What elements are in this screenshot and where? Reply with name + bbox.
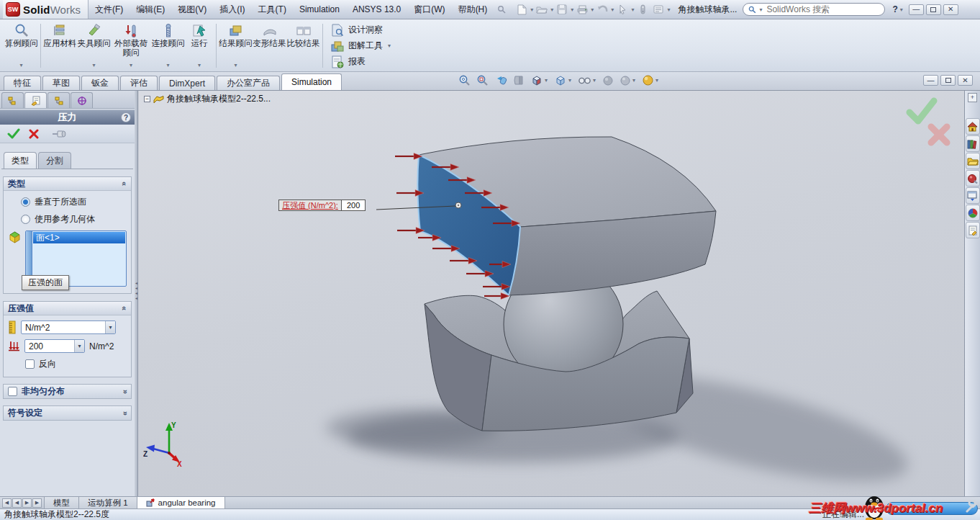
apply-scene-caret-icon[interactable]: ▾ [655, 77, 658, 84]
pin-menu-icon[interactable] [494, 2, 509, 17]
configuration-manager-tab[interactable] [47, 92, 70, 108]
select-button[interactable] [614, 2, 630, 17]
menu-ansys[interactable]: ANSYS 13.0 [346, 2, 407, 17]
tab-model[interactable]: 模型 [44, 497, 79, 508]
cancel-button[interactable] [29, 129, 39, 139]
doc-minimize-button[interactable]: — [923, 75, 938, 86]
reverse-direction-option[interactable]: 反向 [8, 358, 127, 370]
ok-button[interactable] [7, 128, 20, 139]
fixtures-advisor-button[interactable]: 夹具顾问 ▾ [77, 21, 111, 71]
run-caret-icon[interactable]: ▾ [198, 63, 201, 71]
tab-sheetmetal[interactable]: 钣金 [81, 76, 119, 90]
previous-view-button[interactable] [494, 74, 507, 86]
tab-sketch[interactable]: 草图 [42, 76, 80, 90]
toolbox-icon[interactable] [966, 170, 980, 187]
open-document-button[interactable] [534, 2, 550, 17]
undo-caret-icon[interactable]: ▾ [611, 6, 614, 13]
options-caret-icon[interactable]: ▾ [667, 6, 670, 13]
view-orientation-caret-icon[interactable]: ▾ [545, 77, 548, 84]
radio-use-reference[interactable]: 使用参考几何体 [8, 213, 127, 225]
open-caret-icon[interactable]: ▾ [550, 6, 553, 13]
help-button[interactable]: ? [892, 4, 897, 14]
design-library-icon[interactable] [966, 135, 980, 152]
fixtures-advisor-caret-icon[interactable]: ▾ [92, 63, 95, 71]
undo-button[interactable] [594, 2, 610, 17]
pressure-value-caret-icon[interactable]: ▾ [74, 340, 84, 352]
apply-scene-button[interactable]: ▾ [642, 74, 659, 86]
confirm-cancel-button[interactable] [931, 127, 947, 143]
panel-help-button[interactable]: ? [121, 112, 131, 122]
tab-office-products[interactable]: 办公室产品 [217, 76, 280, 90]
menu-view[interactable]: 视图(V) [171, 1, 213, 18]
tab-simulation-study[interactable]: angular bearing [137, 497, 225, 508]
shadows-button[interactable] [602, 75, 614, 86]
design-insight-button[interactable]: 设计洞察 [331, 24, 391, 37]
callout-value[interactable]: 200 [341, 200, 365, 210]
study-advisor-caret-icon[interactable]: ▾ [19, 63, 22, 71]
save-caret-icon[interactable]: ▾ [571, 6, 573, 13]
panel-tab-split[interactable]: 分割 [38, 152, 71, 169]
tree-collapse-icon[interactable]: − [144, 96, 150, 102]
view-palette-icon[interactable] [966, 187, 980, 204]
print-caret-icon[interactable]: ▾ [591, 6, 594, 13]
menu-edit[interactable]: 编辑(E) [130, 1, 171, 18]
selected-face-item[interactable]: 面<1> [33, 232, 125, 243]
unit-dropdown[interactable]: N/m^2 ▾ [21, 320, 116, 334]
deformed-result-button[interactable]: 变形结果 [253, 21, 286, 71]
feature-tree-root[interactable]: − 角接触球轴承模型2--22.5... [144, 93, 271, 105]
dimxpert-manager-tab[interactable] [71, 92, 93, 108]
type-section-header[interactable]: 类型 « [4, 177, 131, 191]
panel-splitter[interactable]: ◂◂◂◂ [135, 91, 138, 496]
new-document-button[interactable] [514, 2, 530, 17]
run-button[interactable]: 运行 ▾ [185, 21, 214, 71]
edit-appearance-button[interactable]: ▾ [620, 75, 636, 86]
nonuniform-checkbox[interactable] [8, 387, 17, 396]
connections-advisor-caret-icon[interactable]: ▾ [166, 63, 169, 71]
section-view-button[interactable] [513, 74, 525, 86]
tab-dimxpert[interactable]: DimXpert [159, 76, 215, 90]
pressure-callout[interactable]: 压强值 (N/m^2): 200 [278, 200, 366, 211]
close-button[interactable]: ✕ [943, 4, 958, 15]
collapse-chevron-icon[interactable]: « [120, 306, 129, 310]
reverse-checkbox[interactable] [25, 359, 35, 369]
restore-button[interactable] [926, 4, 941, 15]
tab-features[interactable]: 特征 [4, 76, 41, 90]
external-loads-advisor-button[interactable]: 外部载荷顾问 ▾ [111, 21, 151, 71]
hide-show-caret-icon[interactable]: ▾ [593, 77, 596, 84]
resources-home-icon[interactable] [966, 118, 980, 135]
external-loads-caret-icon[interactable]: ▾ [130, 63, 132, 71]
graphics-viewport[interactable]: − 角接触球轴承模型2--22.5... [139, 91, 964, 496]
edit-appearance-caret-icon[interactable]: ▾ [632, 77, 635, 84]
menu-help[interactable]: 帮助(H) [452, 1, 494, 18]
help-caret-icon[interactable]: ▾ [900, 6, 903, 13]
zoom-to-fit-button[interactable] [458, 74, 471, 86]
search-input[interactable] [765, 4, 879, 15]
plot-tools-button[interactable]: 图解工具 ▾ [331, 40, 391, 53]
tab-simulation[interactable]: Simulation [281, 73, 342, 90]
unit-dropdown-caret-icon[interactable]: ▾ [105, 321, 115, 333]
print-button[interactable] [574, 2, 590, 17]
compare-results-button[interactable]: 比较结果 [286, 21, 320, 71]
view-orientation-button[interactable]: ▾ [530, 74, 548, 86]
doc-close-button[interactable]: ✕ [958, 75, 973, 86]
doc-restore-button[interactable] [940, 75, 956, 86]
tab-evaluate[interactable]: 评估 [120, 76, 158, 90]
connections-advisor-button[interactable]: 连接顾问 ▾ [151, 21, 185, 71]
menu-window[interactable]: 窗口(W) [407, 1, 451, 18]
expand-chevron-icon[interactable]: « [120, 411, 129, 415]
file-explorer-icon[interactable] [966, 153, 980, 169]
pin-button[interactable] [52, 129, 66, 139]
new-caret-icon[interactable]: ▾ [530, 6, 533, 13]
confirm-ok-button[interactable] [909, 101, 934, 121]
minimize-button[interactable]: — [909, 4, 924, 15]
radio-normal-to-face[interactable]: 垂直于所选面 [8, 196, 127, 208]
zoom-to-area-button[interactable] [476, 74, 489, 86]
bearing-3d-model[interactable] [139, 91, 964, 496]
rebuild-button[interactable] [635, 2, 650, 17]
custom-properties-icon[interactable] [966, 222, 980, 238]
collapse-chevron-icon[interactable]: « [120, 181, 129, 186]
next-tab-button[interactable]: ▶ [22, 498, 32, 508]
task-pane-expand-icon[interactable]: + [968, 93, 977, 102]
results-advisor-caret-icon[interactable]: ▾ [234, 63, 237, 71]
display-style-button[interactable]: ▾ [554, 74, 572, 86]
